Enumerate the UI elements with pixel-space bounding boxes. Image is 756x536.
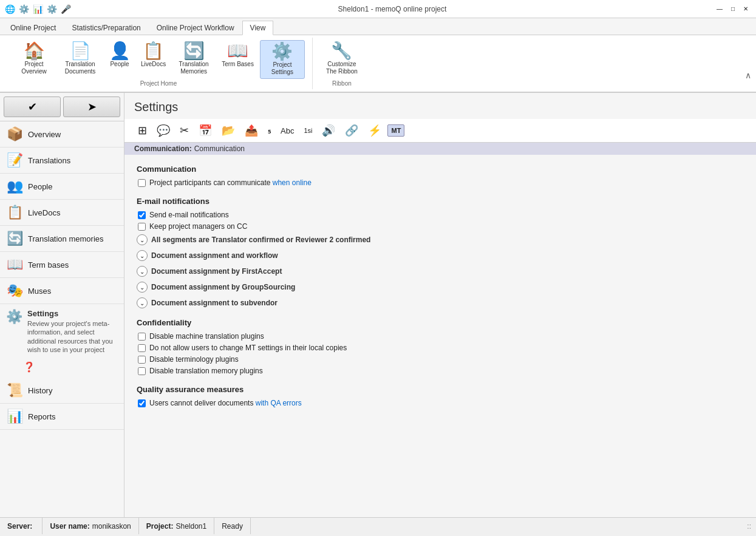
project-settings-label: Project Settings bbox=[264, 61, 301, 76]
collapsible-row-1: ⌄ All segments are Translator confirmed … bbox=[137, 234, 744, 245]
toolbar-icon-abc[interactable]: Abc bbox=[277, 124, 298, 138]
checkbox-email1[interactable] bbox=[138, 211, 146, 219]
overview-icon: 📦 bbox=[6, 126, 23, 142]
sidebar-nav-buttons: ✔ ➤ bbox=[0, 93, 124, 121]
checkbox-conf4[interactable] bbox=[138, 367, 146, 375]
settings-content: Communication Project participants can c… bbox=[124, 155, 756, 420]
sidebar-tb-icon: 📖 bbox=[6, 257, 23, 273]
window-controls: — □ ✕ bbox=[713, 4, 751, 13]
ribbon-item-customize[interactable]: 🔧 Customize The Ribbon bbox=[320, 40, 364, 78]
label-email2[interactable]: Keep project managers on CC bbox=[149, 222, 247, 231]
ribbon-item-translation-documents[interactable]: 📄 Translation Documents bbox=[58, 40, 102, 78]
collapse-btn-3[interactable]: ⌄ bbox=[137, 266, 148, 277]
sidebar-item-translations[interactable]: 📝 Translations bbox=[0, 148, 124, 174]
toolbar-icon-calendar[interactable]: 📅 bbox=[195, 121, 216, 140]
toolbar-icon-sound[interactable]: 🔊 bbox=[318, 121, 339, 140]
toolbar-icon-lightning[interactable]: ⚡ bbox=[364, 121, 385, 140]
checkbox-comm1[interactable] bbox=[138, 179, 146, 187]
collapse-btn-5[interactable]: ⌄ bbox=[137, 297, 148, 308]
sidebar-item-translation-memories[interactable]: 🔄 Translation memories bbox=[0, 226, 124, 252]
checkbox-conf3[interactable] bbox=[138, 356, 146, 364]
tab-workflow[interactable]: Online Project Workflow bbox=[149, 21, 242, 35]
checkbox-conf1[interactable] bbox=[138, 333, 146, 341]
label-email1[interactable]: Send e-mail notifications bbox=[149, 211, 229, 219]
sidebar-item-term-bases[interactable]: 📖 Term bases bbox=[0, 252, 124, 278]
main-layout: ✔ ➤ 📦 Overview 📝 Translations 👥 People 📋… bbox=[0, 93, 756, 517]
sidebar-item-history[interactable]: 📜 History bbox=[0, 378, 124, 404]
checkbox-row-conf1: Disable machine translation plugins bbox=[137, 332, 744, 341]
collapse-btn-2[interactable]: ⌄ bbox=[137, 250, 148, 261]
sidebar-item-muses[interactable]: 🎭 Muses bbox=[0, 278, 124, 304]
toolbar-icon-si[interactable]: 1si bbox=[300, 124, 316, 137]
sidebar-item-livedocs[interactable]: 📋 LiveDocs bbox=[0, 200, 124, 226]
toolbar-icon-upload[interactable]: 📤 bbox=[241, 121, 262, 140]
app-icon-2[interactable]: ⚙️ bbox=[19, 4, 29, 14]
tab-view[interactable]: View bbox=[242, 21, 274, 35]
toolbar-icon-folder[interactable]: 📂 bbox=[218, 121, 239, 140]
sidebar-item-overview[interactable]: 📦 Overview bbox=[0, 121, 124, 148]
label-comm1[interactable]: Project participants can communicate whe… bbox=[149, 178, 312, 187]
customize-icon: 🔧 bbox=[331, 42, 352, 59]
checkbox-email2[interactable] bbox=[138, 223, 146, 231]
toolbar-icon-grid[interactable]: ⊞ bbox=[134, 121, 151, 140]
checkbox-qa1[interactable] bbox=[138, 399, 146, 407]
section-title-email: E-mail notifications bbox=[137, 197, 744, 206]
people-icon: 👤 bbox=[109, 42, 131, 59]
ribbon-items-ribbon: 🔧 Customize The Ribbon bbox=[320, 40, 364, 79]
checkbox-conf2[interactable] bbox=[138, 344, 146, 352]
ribbon-item-translation-memories[interactable]: 🔄 Translation Memories bbox=[172, 40, 216, 78]
tab-online-project[interactable]: Online Project bbox=[2, 21, 64, 35]
label-qa1[interactable]: Users cannot deliver documents with QA e… bbox=[149, 399, 302, 407]
translation-memories-label: Translation Memories bbox=[175, 61, 212, 75]
username-value: monikaskon bbox=[92, 522, 131, 531]
collapsible-row-5: ⌄ Document assignment to subvendor bbox=[137, 297, 744, 308]
close-button[interactable]: ✕ bbox=[740, 4, 751, 13]
project-label: Project: bbox=[146, 522, 174, 531]
label-conf1[interactable]: Disable machine translation plugins bbox=[149, 332, 264, 341]
toolbar-icon-numbers[interactable]: ₅ bbox=[264, 124, 274, 138]
label-conf4[interactable]: Disable translation memory plugins bbox=[149, 367, 263, 375]
toolbar-icon-link[interactable]: 🔗 bbox=[341, 121, 362, 140]
collapse-btn-1[interactable]: ⌄ bbox=[137, 234, 148, 245]
ribbon-item-project-settings[interactable]: ⚙️ Project Settings bbox=[260, 40, 305, 79]
sidebar-forward-button[interactable]: ➤ bbox=[63, 97, 120, 117]
maximize-button[interactable]: □ bbox=[728, 4, 738, 13]
sidebar-item-reports[interactable]: 📊 Reports bbox=[0, 404, 124, 430]
ribbon-item-people[interactable]: 👤 People bbox=[104, 40, 135, 70]
label-conf3[interactable]: Disable terminology plugins bbox=[149, 355, 239, 364]
app-icon-5[interactable]: 🎤 bbox=[61, 4, 71, 14]
sidebar-livedocs-label: LiveDocs bbox=[28, 208, 60, 217]
collapsible-row-2: ⌄ Document assignment and workflow bbox=[137, 250, 744, 261]
collapsible-row-4: ⌄ Document assignment by GroupSourcing bbox=[137, 282, 744, 293]
sidebar-item-people[interactable]: 👥 People bbox=[0, 174, 124, 200]
minimize-button[interactable]: — bbox=[713, 4, 726, 13]
sidebar-item-settings[interactable]: ⚙️ Settings Review your project's meta-i… bbox=[0, 304, 124, 359]
collapsible-label-2: Document assignment and workflow bbox=[151, 251, 278, 260]
link-when-online[interactable]: when online bbox=[273, 178, 312, 187]
term-bases-label: Term Bases bbox=[222, 61, 254, 68]
link-qa-errors[interactable]: with QA errors bbox=[256, 399, 302, 407]
ribbon-item-livedocs[interactable]: 📋 LiveDocs bbox=[137, 40, 169, 70]
collapse-btn-4[interactable]: ⌄ bbox=[137, 282, 148, 293]
sidebar-muses-icon: 🎭 bbox=[6, 283, 23, 299]
ribbon-item-term-bases[interactable]: 📖 Term Bases bbox=[218, 40, 257, 70]
ribbon-item-project-overview[interactable]: 🏠 Project Overview bbox=[12, 40, 56, 78]
sidebar-back-button[interactable]: ✔ bbox=[4, 97, 61, 117]
toolbar-icon-scissors[interactable]: ✂ bbox=[176, 121, 192, 140]
section-title-confidentiality: Confidentiality bbox=[137, 318, 744, 327]
app-icon-4[interactable]: ⚙️ bbox=[47, 4, 57, 14]
translations-icon: 📝 bbox=[6, 152, 23, 168]
ribbon-collapse-button[interactable]: ∧ bbox=[745, 70, 751, 80]
app-icon-3[interactable]: 📊 bbox=[33, 4, 43, 14]
label-conf2[interactable]: Do not allow users to change MT settings… bbox=[149, 344, 347, 352]
app-icon-1[interactable]: 🌐 bbox=[5, 4, 15, 14]
toolbar-icon-chat[interactable]: 💬 bbox=[153, 121, 174, 140]
checkbox-row-comm1: Project participants can communicate whe… bbox=[137, 178, 744, 187]
sidebar-tm-label: Translation memories bbox=[28, 234, 104, 243]
tab-statistics[interactable]: Statistics/Preparation bbox=[64, 21, 148, 35]
collapsible-label-4: Document assignment by GroupSourcing bbox=[151, 283, 295, 291]
breadcrumb: Communication: Communication bbox=[124, 143, 756, 155]
toolbar-icon-mt[interactable]: MT bbox=[387, 124, 404, 137]
sidebar-settings-content: Settings Review your project's meta-info… bbox=[27, 309, 118, 354]
help-icon[interactable]: ❓ bbox=[23, 361, 35, 373]
